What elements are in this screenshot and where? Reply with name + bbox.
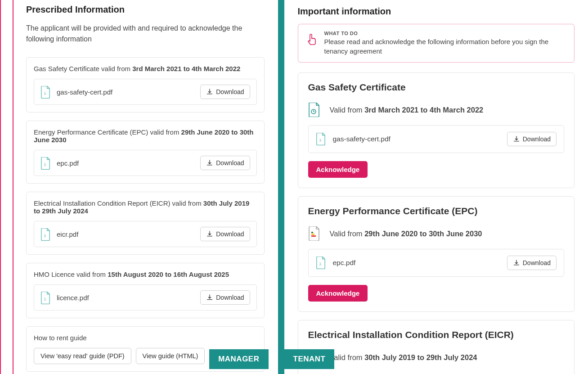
doc-title: Energy Performance Certificate (EPC)	[308, 206, 565, 216]
svg-rect-8	[311, 235, 316, 237]
svg-text:λ: λ	[319, 139, 322, 143]
file-row: λ epc.pdf Download	[308, 249, 565, 277]
important-info-title: Important information	[298, 6, 575, 17]
doc-card-epc: Energy Performance Certificate (EPC) val…	[26, 121, 265, 184]
file-row: λ licence.pdf Download	[34, 284, 257, 311]
epc-cert-icon	[308, 226, 320, 241]
svg-text:λ: λ	[44, 297, 46, 302]
acknowledge-button[interactable]: Acknowledge	[308, 285, 368, 302]
pointer-hand-icon	[306, 33, 317, 46]
prescribed-info-title: Prescribed Information	[26, 5, 265, 15]
download-button[interactable]: Download	[200, 227, 250, 241]
svg-rect-7	[311, 234, 314, 235]
download-button[interactable]: Download	[507, 132, 557, 146]
svg-text:λ: λ	[44, 163, 46, 167]
tenant-role-badge: TENANT	[284, 349, 335, 369]
download-button[interactable]: Download	[200, 156, 250, 170]
file-row: λ eicr.pdf Download	[34, 221, 257, 247]
tenant-doc-eicr: Electrical Installation Condition Report…	[298, 320, 575, 374]
manager-role-badge: MANAGER	[209, 349, 268, 369]
svg-text:λ: λ	[44, 92, 46, 96]
doc-card-eicr: Electrical Installation Condition Report…	[26, 192, 265, 255]
file-row: λ gas-safety-cert.pdf Download	[308, 125, 565, 153]
panel-divider	[278, 0, 284, 374]
file-name: gas-safety-cert.pdf	[333, 135, 500, 143]
alert-text: Please read and acknowledge the followin…	[324, 37, 566, 56]
alert-label: WHAT TO DO	[324, 31, 566, 36]
tenant-panel: Important information WHAT TO DO Please …	[284, 0, 588, 374]
doc-label: Electrical Installation Condition Report…	[34, 199, 257, 215]
pdf-file-icon: λ	[316, 133, 326, 145]
download-button[interactable]: Download	[200, 290, 250, 305]
pdf-file-icon: λ	[40, 86, 50, 98]
tenant-doc-epc: Energy Performance Certificate (EPC) Val…	[298, 196, 575, 312]
doc-card-gas: Gas Safety Certificate valid from 3rd Ma…	[26, 57, 265, 113]
svg-text:λ: λ	[319, 262, 322, 266]
file-name: epc.pdf	[333, 259, 500, 267]
pdf-file-icon: λ	[316, 257, 326, 269]
svg-text:λ: λ	[44, 234, 46, 238]
prescribed-info-intro: The applicant will be provided with and …	[26, 23, 265, 45]
pdf-file-icon: λ	[40, 228, 50, 240]
file-row: λ gas-safety-cert.pdf Download	[34, 79, 257, 105]
file-name: eicr.pdf	[57, 230, 194, 238]
view-guide-html-button[interactable]: View guide (HTML)	[136, 348, 205, 364]
manager-panel: Prescribed Information The applicant wil…	[0, 0, 278, 374]
tenant-doc-gas: Gas Safety Certificate Valid from 3rd Ma…	[298, 72, 575, 188]
pdf-file-icon: λ	[40, 157, 50, 169]
download-button[interactable]: Download	[200, 85, 250, 99]
pdf-file-icon: λ	[40, 292, 50, 303]
doc-label: Gas Safety Certificate valid from 3rd Ma…	[34, 65, 257, 72]
valid-from-text: Valid from 3rd March 2021 to 4th March 2…	[330, 106, 484, 114]
doc-title: Electrical Installation Condition Report…	[308, 329, 565, 340]
doc-card-hmo: HMO Licence valid from 15th August 2020 …	[26, 263, 265, 318]
valid-from-text: Valid from 29th June 2020 to 30th June 2…	[330, 230, 482, 238]
doc-title: Gas Safety Certificate	[308, 82, 565, 93]
download-button[interactable]: Download	[507, 256, 557, 270]
svg-rect-6	[311, 232, 313, 233]
acknowledge-button[interactable]: Acknowledge	[308, 161, 368, 178]
valid-from-text: Valid from 30th July 2019 to 29th July 2…	[330, 353, 477, 362]
doc-label: Energy Performance Certificate (EPC) val…	[34, 128, 257, 144]
file-name: licence.pdf	[57, 294, 194, 302]
file-row: λ epc.pdf Download	[34, 150, 257, 176]
view-easy-read-pdf-button[interactable]: View 'easy read' guide (PDF)	[34, 348, 131, 364]
file-name: epc.pdf	[57, 159, 194, 167]
gas-cert-icon	[308, 103, 320, 117]
what-to-do-alert: WHAT TO DO Please read and acknowledge t…	[298, 24, 575, 63]
file-name: gas-safety-cert.pdf	[57, 88, 194, 96]
doc-label: HMO Licence valid from 15th August 2020 …	[34, 270, 257, 278]
guide-label: How to rent guide	[34, 334, 257, 342]
